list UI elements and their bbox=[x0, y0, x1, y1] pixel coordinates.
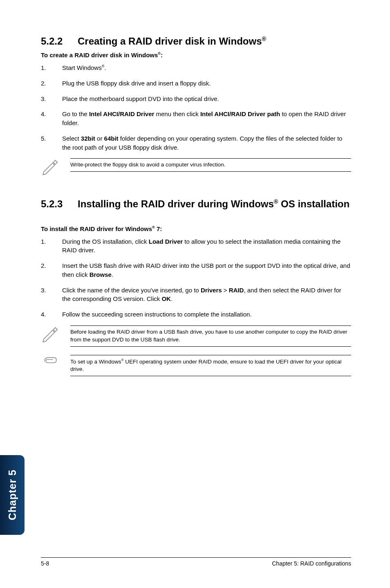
note-divider bbox=[70, 346, 351, 347]
step-text: Go to the Intel AHCI/RAID Driver menu th… bbox=[62, 110, 351, 128]
paperclip-icon bbox=[41, 355, 70, 370]
page-number: 5-8 bbox=[41, 560, 49, 567]
step-row: 2. Insert the USB flash drive with RAID … bbox=[41, 261, 351, 279]
page-footer: 5-8 Chapter 5: RAID configurations bbox=[41, 557, 351, 567]
step-row: 1. Start Windows®. bbox=[41, 63, 351, 72]
section-number: 5.2.2 bbox=[41, 35, 78, 47]
note-divider bbox=[70, 325, 351, 326]
note-text: Write-protect the floppy disk to avoid a… bbox=[70, 161, 351, 169]
step-text: Insert the USB flash drive with RAID dri… bbox=[62, 261, 351, 279]
step-number: 5. bbox=[41, 134, 62, 152]
step-number: 2. bbox=[41, 261, 62, 279]
note-text: Before loading the RAID driver from a US… bbox=[70, 328, 351, 344]
section-heading-522: 5.2.2Creating a RAID driver disk in Wind… bbox=[41, 35, 351, 47]
chapter-side-label: Chapter 5 bbox=[7, 469, 18, 520]
note-block: Before loading the RAID driver from a US… bbox=[41, 325, 351, 347]
note-divider bbox=[70, 376, 351, 376]
step-number: 3. bbox=[41, 94, 62, 103]
step-row: 4. Go to the Intel AHCI/RAID Driver menu… bbox=[41, 110, 351, 128]
note-block: Write-protect the floppy disk to avoid a… bbox=[41, 158, 351, 178]
chapter-label: Chapter 5: RAID configurations bbox=[272, 560, 351, 567]
step-number: 1. bbox=[41, 63, 62, 72]
step-text: Select 32bit or 64bit folder depending o… bbox=[62, 134, 351, 152]
step-number: 2. bbox=[41, 79, 62, 88]
note-block: To set up a Windows® UEFI operating syst… bbox=[41, 355, 351, 376]
instruction-lead-522: To create a RAID driver disk in Windows®… bbox=[41, 52, 351, 58]
note-divider bbox=[70, 158, 351, 159]
step-text: Follow the succeeding screen instruction… bbox=[62, 310, 351, 319]
note-divider bbox=[70, 171, 351, 172]
note-text: To set up a Windows® UEFI operating syst… bbox=[70, 358, 351, 373]
step-text: During the OS installation, click Load D… bbox=[62, 237, 351, 255]
section-title-text: Installing the RAID driver during Window… bbox=[78, 198, 350, 209]
step-number: 4. bbox=[41, 310, 62, 319]
step-text: Plug the USB floppy disk drive and inser… bbox=[62, 79, 351, 88]
chapter-side-tab: Chapter 5 bbox=[0, 455, 25, 535]
step-text: Start Windows®. bbox=[62, 63, 351, 72]
step-row: 5. Select 32bit or 64bit folder dependin… bbox=[41, 134, 351, 152]
step-row: 1. During the OS installation, click Loa… bbox=[41, 237, 351, 255]
step-number: 1. bbox=[41, 237, 62, 255]
step-number: 3. bbox=[41, 286, 62, 304]
step-number: 4. bbox=[41, 110, 62, 128]
instruction-lead-523: To install the RAID driver for Windows® … bbox=[41, 225, 351, 232]
section-number: 5.2.3 bbox=[41, 197, 78, 210]
pencil-icon bbox=[41, 325, 70, 345]
pencil-icon bbox=[41, 158, 70, 178]
section-heading-523: 5.2.3Installing the RAID driver during W… bbox=[41, 197, 351, 210]
section-title-text: Creating a RAID driver disk in Windows® bbox=[78, 36, 266, 47]
step-row: 2. Plug the USB floppy disk drive and in… bbox=[41, 79, 351, 88]
step-row: 4. Follow the succeeding screen instruct… bbox=[41, 310, 351, 319]
step-text: Place the motherboard support DVD into t… bbox=[62, 94, 351, 103]
step-row: 3. Click the name of the device you've i… bbox=[41, 286, 351, 304]
step-row: 3. Place the motherboard support DVD int… bbox=[41, 94, 351, 103]
note-divider bbox=[70, 355, 351, 355]
step-text: Click the name of the device you've inse… bbox=[62, 286, 351, 304]
